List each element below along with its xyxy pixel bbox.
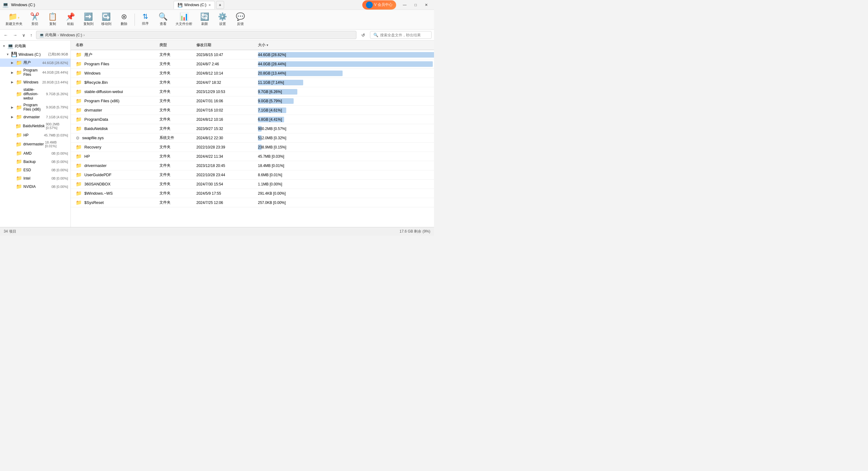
col-header-name[interactable]: 名称 xyxy=(71,42,157,48)
search-input[interactable] xyxy=(380,33,428,37)
sidebar-item-windows[interactable]: ▶ 📁 Windows 20.8GB [13.44%] xyxy=(0,78,70,86)
file-row[interactable]: 📁 Program Files 文件夹 2024/8/7 2:46 44.0GB… xyxy=(71,59,434,69)
col-header-size[interactable]: 大小 ▾ xyxy=(255,42,434,48)
sidebar-item-hp[interactable]: ▶ 📁 HP 45.7MB [0.03%] xyxy=(0,131,70,139)
settings-button[interactable]: ⚙️ 设置 xyxy=(214,11,231,28)
move-to-label: 移动到 xyxy=(101,22,112,26)
minimize-button[interactable]: — xyxy=(399,1,410,9)
file-type: 文件夹 xyxy=(159,191,170,195)
sidebar-item-nvidia[interactable]: ▶ 📁 NVIDIA 0B [0.00%] xyxy=(0,182,70,191)
file-size-cell: 1.1MB [0.00%] xyxy=(255,182,434,186)
file-type: 文件夹 xyxy=(159,126,170,130)
copy-button[interactable]: 📋 复制 xyxy=(44,11,61,28)
folder-icon: 📁 xyxy=(76,190,82,196)
file-row[interactable]: 📁 HP 文件夹 2024/4/22 11:34 45.7MB [0.03%] xyxy=(71,152,434,161)
maximize-button[interactable]: □ xyxy=(411,1,421,9)
copy-to-button[interactable]: ➡️ 复制到 xyxy=(80,11,97,28)
file-date: 2022/10/28 23:44 xyxy=(196,173,225,177)
file-row[interactable]: 📁 360SANDBOX 文件夹 2024/7/30 15:54 1.1MB [… xyxy=(71,180,434,189)
backup-label: Backup xyxy=(23,159,50,164)
sidebar-item-baidunetdisk[interactable]: ▶ 📁 BaiduNetdisk 900.2MB [0.57%] xyxy=(0,121,70,131)
file-date: 2023/9/27 15:32 xyxy=(196,127,223,131)
address-path[interactable]: 💻 此电脑 › Windows (C:) › xyxy=(36,31,356,39)
file-row[interactable]: 📁 stable-diffusion-webui 文件夹 2023/12/29 … xyxy=(71,87,434,96)
sidebar-item-backup[interactable]: ▶ 📁 Backup 0B [0.00%] xyxy=(0,157,70,166)
address-refresh-button[interactable]: ↺ xyxy=(359,31,368,39)
sidebar-item-user[interactable]: ▶ 📁 用户 44.6GB [28.82%] xyxy=(0,59,70,67)
file-date: 2024/8/12 10:16 xyxy=(196,117,223,122)
file-row[interactable]: 📁 UserGuidePDF 文件夹 2022/10/28 23:44 8.6M… xyxy=(71,170,434,180)
file-date: 2024/5/9 17:55 xyxy=(196,191,221,196)
col-header-type[interactable]: 类型 xyxy=(157,42,194,48)
sidebar-item-drvmaster[interactable]: ▶ 📁 drvmaster 7.1GB [4.61%] xyxy=(0,113,70,121)
sidebar-item-program-files-x86[interactable]: ▶ 📁 Program Files (x86) 9.0GB [5.79%] xyxy=(0,102,70,113)
file-row[interactable]: 📁 Recovery 文件夹 2022/10/28 23:39 238.9MB … xyxy=(71,143,434,152)
cut-button[interactable]: ✂️ 剪切 xyxy=(26,11,43,28)
refresh-label: 刷新 xyxy=(201,22,208,26)
sort-button[interactable]: ⇅ 排序 xyxy=(137,11,154,28)
search-box[interactable]: 🔍 xyxy=(370,31,432,39)
path-part-1[interactable]: 此电脑 xyxy=(45,32,56,37)
sidebar-item-drivermaster[interactable]: ▶ 📁 drivermaster 18.4MB [0.01%] xyxy=(0,139,70,149)
view-icon: 🔍 xyxy=(158,13,168,20)
file-row[interactable]: 📁 Windows 文件夹 2024/8/12 10:14 20.8GB [13… xyxy=(71,69,434,78)
file-name-cell: 📁 360SANDBOX xyxy=(71,181,157,187)
file-row[interactable]: ⚙ swapfile.sys 系统文件 2024/8/12 22:30 512.… xyxy=(71,134,434,143)
close-button[interactable]: ✕ xyxy=(421,1,432,9)
folder-icon: 📁 xyxy=(16,175,22,181)
analyze-button[interactable]: 📊 大文件分析 xyxy=(173,11,195,28)
back-button[interactable]: ← xyxy=(2,31,9,39)
folder-icon: 📁 xyxy=(76,70,82,76)
file-row[interactable]: 📁 用户 文件夹 2023/8/15 10:47 44.6GB [28.82%] xyxy=(71,50,434,59)
folder-icon: 📁 xyxy=(16,132,22,138)
cut-icon: ✂️ xyxy=(30,13,39,20)
file-date-cell: 2024/7/16 10:02 xyxy=(194,108,255,112)
file-name-cell: 📁 HP xyxy=(71,153,157,159)
vip-button[interactable]: 👤 V 会员中心 xyxy=(362,0,396,9)
sidebar-item-stable-diffusion[interactable]: ▶ 📁 stable-diffusion-webui 9.7GB [6.26%] xyxy=(0,86,70,102)
sidebar-item-this-pc[interactable]: ▼ 💻 此电脑 xyxy=(0,42,70,50)
file-row[interactable]: 📁 drivermaster 文件夹 2023/12/18 20:45 18.4… xyxy=(71,161,434,170)
up-button[interactable]: ↑ xyxy=(29,31,34,39)
move-to-button[interactable]: ↪️ 移动到 xyxy=(98,11,115,28)
tab-icon: 💾 xyxy=(178,3,183,7)
expand-icon: ▶ xyxy=(11,71,15,74)
file-row[interactable]: 📁 Program Files (x86) 文件夹 2024/7/31 16:0… xyxy=(71,96,434,106)
sidebar-item-windows-c[interactable]: ▼ 💾 Windows (C:) 已用180.9GB xyxy=(0,50,70,59)
active-tab[interactable]: 💾 Windows (C:) ✕ xyxy=(174,1,215,9)
sidebar-item-amd[interactable]: ▶ 📁 AMD 0B [0.00%] xyxy=(0,149,70,157)
delete-label: 删除 xyxy=(121,22,127,26)
forward-button[interactable]: → xyxy=(12,31,19,39)
file-name: 360SANDBOX xyxy=(84,182,111,186)
tab-close-button[interactable]: ✕ xyxy=(208,3,211,7)
path-icon: 💻 xyxy=(39,33,44,37)
file-type: 文件夹 xyxy=(159,145,170,149)
sidebar-item-program-files[interactable]: ▶ 📁 Program Files 44.0GB [28.44%] xyxy=(0,67,70,78)
new-tab-button[interactable]: + xyxy=(216,1,224,9)
file-row[interactable]: 📁 $Windows.~WS 文件夹 2024/5/9 17:55 291.4K… xyxy=(71,189,434,198)
sidebar-item-intel[interactable]: ▶ 📁 Intel 0B [0.00%] xyxy=(0,174,70,182)
feedback-button[interactable]: 💬 反馈 xyxy=(232,11,249,28)
paste-button[interactable]: 📌 粘贴 xyxy=(62,11,79,28)
file-row[interactable]: 📁 drvmaster 文件夹 2024/7/16 10:02 7.1GB [4… xyxy=(71,106,434,115)
file-row[interactable]: 📁 BaiduNetdisk 文件夹 2023/9/27 15:32 900.2… xyxy=(71,124,434,134)
path-part-2[interactable]: Windows (C:) xyxy=(60,33,82,37)
file-size: 238.9MB [0.15%] xyxy=(258,145,286,149)
status-bar: 34 项目 17.6 GB 剩余 (9%) xyxy=(0,227,434,236)
sidebar-item-esd[interactable]: ▶ 📁 ESD 0B [0.00%] xyxy=(0,166,70,174)
col-header-date[interactable]: 修改日期 xyxy=(194,42,255,48)
new-folder-button[interactable]: 📁+ 新建文件夹 xyxy=(2,11,26,28)
hp-label: HP xyxy=(23,133,43,137)
file-type-cell: 文件夹 xyxy=(157,191,194,196)
app-icon: 💻 xyxy=(2,2,9,8)
refresh-button[interactable]: 🔄 刷新 xyxy=(196,11,213,28)
down-button[interactable]: ∨ xyxy=(21,31,27,39)
intel-label: Intel xyxy=(23,176,50,180)
file-date-cell: 2023/9/27 15:32 xyxy=(194,126,255,131)
file-row[interactable]: 📁 ProgramData 文件夹 2024/8/12 10:16 6.8GB … xyxy=(71,115,434,124)
file-row[interactable]: 📁 $SysReset 文件夹 2024/7/25 12:06 257.0KB … xyxy=(71,198,434,207)
delete-button[interactable]: ⊗ 删除 xyxy=(116,11,133,28)
file-size: 900.2MB [0.57%] xyxy=(258,127,286,131)
file-row[interactable]: 📁 $Recycle.Bin 文件夹 2024/4/7 18:32 11.1GB… xyxy=(71,78,434,87)
view-button[interactable]: 🔍 查看 xyxy=(155,11,172,28)
